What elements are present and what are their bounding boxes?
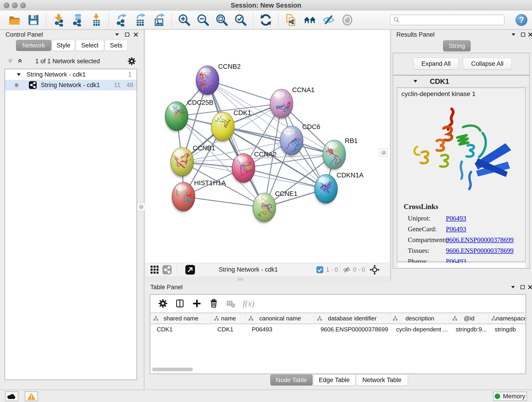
float-panel-icon[interactable] (114, 32, 120, 37)
right-splitter-handle[interactable] (380, 148, 388, 157)
help-button[interactable]: ? (515, 14, 527, 26)
zoom-in-icon (178, 13, 191, 26)
table-cell[interactable]: stringdb (489, 324, 525, 335)
memory-button[interactable]: Memory (493, 392, 527, 401)
expand-all-button[interactable]: Expand All (413, 58, 459, 70)
column-header-canonical-name[interactable]: canonical name (246, 313, 315, 324)
tab-edge-table[interactable]: Edge Table (313, 375, 355, 385)
table-hscrollbar[interactable] (152, 368, 221, 371)
export-network-button[interactable] (115, 13, 128, 26)
import-network-icon (52, 13, 65, 26)
network-node-CDKN1A[interactable]: CDKN1A (314, 172, 364, 205)
tab-string[interactable]: String (443, 40, 471, 51)
network-node-CDC6[interactable]: CDC6 (280, 123, 320, 165)
tab-sets[interactable]: Sets (105, 40, 128, 51)
network-node-CCNE1[interactable]: CCNE1 (252, 190, 298, 223)
close-panel-icon[interactable] (528, 32, 532, 37)
hide-selection-button[interactable] (322, 13, 335, 26)
table-row[interactable]: CDK1CDK1P064939606.ENSP00000378699cyclin… (151, 324, 525, 335)
column-header-name[interactable]: name (211, 313, 246, 324)
network-node-CCNB2[interactable]: CCNB2 (195, 54, 241, 97)
gear-icon[interactable] (127, 57, 136, 65)
network-edge[interactable] (208, 80, 264, 207)
table-cell[interactable]: stringdb:9... (450, 324, 489, 335)
crosslink-value-link[interactable]: 9606.ENSP00000378699 (446, 236, 514, 244)
fx-function-button[interactable]: f(x) (243, 299, 254, 308)
tab-select[interactable]: Select (76, 40, 104, 51)
import-network-database-button[interactable] (71, 13, 84, 26)
column-header-shared-name[interactable]: shared name (151, 313, 211, 324)
tab-node-table[interactable]: Node Table (270, 375, 312, 385)
apply-layout-button[interactable] (259, 13, 272, 26)
export-table-button[interactable] (134, 13, 147, 26)
show-graphics-details-button[interactable] (341, 13, 354, 26)
tree-expand-icon[interactable] (17, 73, 21, 77)
delete-table-icon[interactable] (226, 299, 235, 308)
open-session-button[interactable] (8, 13, 21, 26)
close-panel-icon[interactable] (528, 285, 532, 289)
network-node-CDC25B[interactable]: CDC25B (165, 99, 213, 132)
zoom-selected-button[interactable] (234, 13, 247, 26)
network-row[interactable]: String Network - cdk1 11 48 (5, 80, 137, 90)
warnings-button[interactable] (25, 391, 38, 401)
crosslink-value-link[interactable]: 9606.ENSP00000378699 (446, 247, 514, 254)
section-collapse-icon[interactable] (413, 80, 418, 83)
results-scroll-track[interactable] (397, 263, 526, 268)
hidden-eye-icon[interactable] (342, 266, 351, 274)
zoom-out-button[interactable] (196, 13, 209, 26)
import-network-file-button[interactable] (52, 13, 65, 26)
left-splitter-handle[interactable] (137, 203, 145, 211)
search-input[interactable] (402, 16, 501, 24)
grid-mode-icon[interactable] (150, 265, 159, 274)
float-panel-icon[interactable] (510, 285, 515, 289)
network-collection-row[interactable]: String Network - cdk1 1 (5, 69, 137, 80)
table-cell[interactable]: 9606.ENSP00000378699 (315, 324, 390, 335)
toolbar-separator (340, 265, 340, 274)
table-cell[interactable]: CDK1 (151, 324, 211, 335)
zoom-selected-icon (234, 13, 247, 26)
network-canvas[interactable]: CCNB2CCNA1CDC25BCDK1CDC6RB1CCNB1CCNA2CDK… (145, 30, 390, 263)
close-panel-icon[interactable] (133, 32, 138, 37)
float-panel-icon[interactable] (511, 32, 516, 37)
column-header-namespace[interactable]: namespace (489, 313, 525, 324)
delete-column-icon[interactable] (209, 299, 219, 308)
tab-style[interactable]: Style (52, 40, 75, 51)
add-column-icon[interactable] (192, 299, 202, 308)
network-node-CDK1[interactable]: CDK1 (209, 109, 251, 143)
maximize-panel-icon[interactable] (520, 285, 525, 289)
table-cell[interactable]: P06493 (246, 324, 315, 335)
cloud-button[interactable] (5, 391, 18, 401)
column-header-description[interactable]: description (390, 313, 450, 324)
export-image-button[interactable] (152, 13, 165, 26)
birdseye-view-icon[interactable] (185, 265, 195, 274)
network-edge[interactable] (184, 197, 264, 207)
tab-network-table[interactable]: Network Table (356, 375, 408, 385)
horizontal-splitter[interactable] (145, 276, 389, 282)
column-header-database-identifier[interactable]: database identifier (315, 313, 390, 324)
show-columns-icon[interactable] (175, 299, 185, 308)
tab-network[interactable]: Network (16, 40, 51, 51)
zoom-fit-button[interactable] (215, 13, 228, 26)
collapse-all-button[interactable]: Collapse All (463, 58, 512, 70)
column-header-id[interactable]: @id (450, 313, 489, 324)
new-network-from-selection-button[interactable] (285, 13, 298, 26)
gene-section-header[interactable]: CDK1 (393, 76, 529, 87)
selected-checkbox-icon[interactable] (317, 266, 323, 273)
pan-crosshair-icon[interactable] (370, 265, 380, 275)
table-cell[interactable]: cyclin-dependent ... (390, 324, 450, 335)
network-node-RB1[interactable]: RB1 (322, 137, 358, 172)
zoom-in-button[interactable] (178, 13, 191, 26)
first-neighbors-button[interactable] (303, 13, 316, 26)
crosslink-value-link[interactable]: P06493 (446, 225, 466, 233)
toolbar-separator (278, 13, 279, 27)
network-node-HIST1H1A[interactable]: HIST1H1A (166, 179, 226, 213)
maximize-panel-icon[interactable] (520, 32, 526, 37)
import-table-button[interactable] (90, 13, 103, 26)
maximize-panel-icon[interactable] (125, 32, 130, 37)
string-view-icon[interactable] (162, 265, 172, 274)
table-cell[interactable]: CDK1 (211, 324, 246, 335)
save-session-button[interactable] (27, 13, 40, 26)
network-node-CCNB1[interactable]: CCNB1 (171, 139, 215, 178)
crosslink-value-link[interactable]: P06493 (446, 215, 466, 222)
gear-icon[interactable] (158, 299, 168, 308)
